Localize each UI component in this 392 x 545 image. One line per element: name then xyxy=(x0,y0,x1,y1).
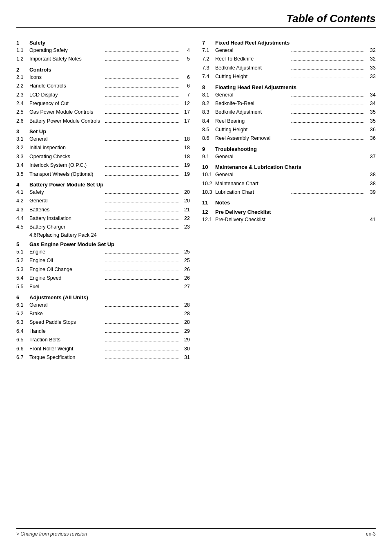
entry-num: 5.3 xyxy=(16,266,29,274)
toc-entry: 2.4Frequency of Cut12 xyxy=(16,100,190,108)
entry-dots xyxy=(291,131,365,131)
page-header: Table of Contents xyxy=(16,12,376,28)
toc-entry: 6.6Front Roller Weight30 xyxy=(16,345,190,353)
entry-num: 8.5 xyxy=(202,126,215,134)
section-label: Controls xyxy=(29,67,190,73)
section-header: 2Controls xyxy=(16,67,190,73)
entry-label: Speed Paddle Stops xyxy=(29,318,103,326)
entry-page: 17 xyxy=(180,108,190,116)
entry-dots xyxy=(105,211,179,211)
section-header: 5Gas Engine Power Module Set Up xyxy=(16,241,190,247)
toc-entry: 8.3Bedknife Adjustment35 xyxy=(202,108,376,116)
entry-dots xyxy=(105,149,179,149)
entry-num: 3.2 xyxy=(16,144,29,152)
section-label: Set Up xyxy=(29,128,190,135)
section-num: 1 xyxy=(16,40,29,46)
section-header: 10Maintenance & Lubrication Charts xyxy=(202,164,376,170)
entry-dots xyxy=(291,78,365,78)
toc-entry: 6.5Traction Belts29 xyxy=(16,336,190,344)
entry-dots xyxy=(291,221,365,221)
entry-dots xyxy=(105,253,179,253)
entry-page: 32 xyxy=(366,55,376,63)
entry-label: Battery Power Module Controls xyxy=(29,117,103,125)
entry-label: Lubrication Chart xyxy=(215,188,289,196)
toc-entry: 8.6Reel Assembly Removal36 xyxy=(202,135,376,142)
entry-page: 20 xyxy=(180,188,190,196)
toc-container: 1Safety1.1Operating Safety41.2Important … xyxy=(16,36,376,362)
entry-label: Frequency of Cut xyxy=(29,100,103,108)
entry-num: 2.5 xyxy=(16,108,29,116)
toc-entry: 3.4Interlock System (O.P.C.)19 xyxy=(16,161,190,169)
entry-page: 25 xyxy=(180,257,190,265)
entry-label: General xyxy=(215,153,289,161)
entry-dots xyxy=(105,341,179,341)
entry-num: 6.4 xyxy=(16,327,29,335)
entry-dots xyxy=(291,176,365,176)
entry-dots xyxy=(291,69,365,70)
toc-entry: 4.3Batteries21 xyxy=(16,206,190,214)
toc-entry: 4.2General20 xyxy=(16,197,190,205)
entry-num: 8.3 xyxy=(202,108,215,116)
entry-page: 39 xyxy=(366,188,376,196)
entry-num: 7.3 xyxy=(202,64,215,72)
toc-entry: 5.4Engine Speed26 xyxy=(16,274,190,282)
entry-page: 18 xyxy=(180,135,190,143)
entry-page: 34 xyxy=(366,91,376,99)
entry-dots xyxy=(105,271,179,271)
entry-num: 8.6 xyxy=(202,135,215,142)
entry-label: General xyxy=(29,135,103,143)
entry-label: Operating Checks xyxy=(29,153,103,161)
entry-label: Cutting Height xyxy=(215,126,289,134)
entry-page: 31 xyxy=(180,354,190,361)
entry-num: 3.5 xyxy=(16,170,29,178)
entry-page: 29 xyxy=(180,336,190,344)
entry-page: 33 xyxy=(366,73,376,81)
toc-entry: 3.2Initial inspection18 xyxy=(16,144,190,152)
entry-dots xyxy=(105,220,179,220)
entry-dots xyxy=(105,122,179,123)
section-label: Adjustments (All Units) xyxy=(29,294,190,301)
entry-page: 28 xyxy=(180,318,190,326)
entry-label: Torque Specification xyxy=(29,354,103,361)
entry-dots xyxy=(105,288,179,288)
entry-page: 12 xyxy=(180,100,190,108)
section-label: Fixed Head Reel Adjustments xyxy=(215,40,376,46)
entry-num: 3.1 xyxy=(16,135,29,143)
entry-num: 10.1 xyxy=(202,171,215,179)
entry-num: 6.1 xyxy=(16,301,29,309)
entry-dots xyxy=(105,175,179,176)
section-label: Maintenance & Lubrication Charts xyxy=(215,164,376,170)
toc-entry: 4.4Battery Installation22 xyxy=(16,215,190,222)
entry-dots xyxy=(105,332,179,333)
section-num: 7 xyxy=(202,40,215,46)
entry-num: 4.4 xyxy=(16,215,29,222)
toc-entry: 10.3Lubrication Chart39 xyxy=(202,188,376,196)
entry-dots xyxy=(291,60,365,61)
entry-num: 6.3 xyxy=(16,318,29,326)
entry-num: 6.7 xyxy=(16,354,29,361)
toc-entry: 5.2Engine Oil25 xyxy=(16,257,190,265)
section-header: 11Notes xyxy=(202,200,376,206)
entry-num: 8.2 xyxy=(202,100,215,108)
entry-label: Battery Installation xyxy=(29,215,103,222)
entry-num: 4.3 xyxy=(16,206,29,214)
entry-page: 32 xyxy=(366,47,376,54)
section-label: Notes xyxy=(215,200,376,206)
toc-entry: 7.3Bedknife Adjustment33 xyxy=(202,64,376,72)
entry-num: 5.4 xyxy=(16,274,29,282)
entry-dots xyxy=(105,158,179,158)
entry-page: 5 xyxy=(180,55,190,63)
entry-page: 38 xyxy=(366,171,376,179)
footer-note: > Change from previous revision xyxy=(16,531,87,537)
entry-num: 2.4 xyxy=(16,100,29,108)
section-num: 12 xyxy=(202,209,215,215)
entry-dots xyxy=(105,279,179,280)
entry-page: 4 xyxy=(180,47,190,54)
toc-entry: 9.1General37 xyxy=(202,153,376,161)
section-header: 8Floating Head Reel Adjustments xyxy=(202,84,376,90)
entry-dots xyxy=(105,60,179,61)
entry-label: Engine Oil xyxy=(29,257,103,265)
entry-page: 17 xyxy=(180,117,190,125)
section-num: 10 xyxy=(202,164,215,170)
section-num: 6 xyxy=(16,294,29,301)
